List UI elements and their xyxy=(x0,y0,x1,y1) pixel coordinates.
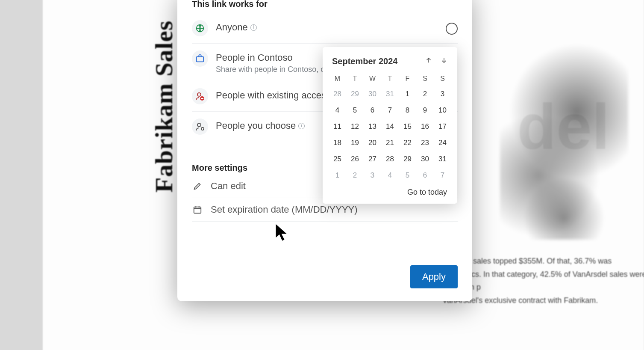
calendar-day-cell[interactable]: 21 xyxy=(381,135,399,151)
pencil-icon xyxy=(192,181,203,191)
calendar-day-cell[interactable]: 17 xyxy=(434,119,451,135)
calendar-day-cell[interactable]: 14 xyxy=(381,119,399,135)
calendar-day-cell[interactable]: 5 xyxy=(346,102,364,119)
calendar-weekday-header: T xyxy=(381,71,399,86)
calendar-day-cell[interactable]: 18 xyxy=(329,135,346,151)
calendar-day-cell[interactable]: 3 xyxy=(364,167,381,184)
calendar-day-cell[interactable]: 24 xyxy=(434,135,451,151)
person-add-icon xyxy=(192,119,208,135)
calendar-day-cell[interactable]: 27 xyxy=(364,151,381,167)
svg-rect-1 xyxy=(197,56,204,62)
calendar-month-title[interactable]: September 2024 xyxy=(332,56,397,66)
option-label: People you choose xyxy=(216,120,296,131)
calendar-day-cell[interactable]: 31 xyxy=(434,151,451,167)
option-anyone[interactable]: Anyone i xyxy=(192,13,458,44)
calendar-day-cell[interactable]: 16 xyxy=(416,119,434,135)
body-line: orldwide sales topped $355M. Of that, 36… xyxy=(442,255,644,268)
mouse-cursor xyxy=(274,222,290,243)
calendar-day-cell[interactable]: 29 xyxy=(346,86,364,102)
setting-label: Set expiration date (MM/DD/YYYY) xyxy=(211,204,358,215)
calendar-day-cell[interactable]: 7 xyxy=(434,167,451,184)
calendar-day-cell[interactable]: 19 xyxy=(346,135,364,151)
background-watermark-text: del xyxy=(517,90,610,164)
info-icon[interactable]: i xyxy=(298,123,305,129)
calendar-day-cell[interactable]: 31 xyxy=(381,86,399,102)
calendar-day-cell[interactable]: 30 xyxy=(416,151,434,167)
body-line: electronics. In that category, 42.5% of … xyxy=(442,268,644,294)
background-body-text: orldwide sales topped $355M. Of that, 36… xyxy=(442,255,644,307)
calendar-day-cell[interactable]: 22 xyxy=(399,135,416,151)
calendar-day-cell[interactable]: 1 xyxy=(399,86,416,102)
radio-button[interactable] xyxy=(446,23,458,35)
calendar-weekday-header: W xyxy=(364,71,381,86)
calendar-day-cell[interactable]: 4 xyxy=(329,102,346,119)
calendar-day-cell[interactable]: 9 xyxy=(416,102,434,119)
calendar-day-cell[interactable]: 2 xyxy=(416,86,434,102)
calendar-day-cell[interactable]: 3 xyxy=(434,86,451,102)
go-to-today-button[interactable]: Go to today xyxy=(407,188,447,196)
option-label: People in Contoso xyxy=(216,52,293,63)
calendar-day-cell[interactable]: 29 xyxy=(399,151,416,167)
globe-icon xyxy=(192,20,208,36)
calendar-day-cell[interactable]: 11 xyxy=(329,119,346,135)
calendar-day-cell[interactable]: 26 xyxy=(346,151,364,167)
apply-button[interactable]: Apply xyxy=(410,265,458,288)
person-restricted-icon xyxy=(192,88,208,104)
calendar-weekday-header: T xyxy=(346,71,364,86)
calendar-day-cell[interactable]: 28 xyxy=(381,151,399,167)
calendar-weekday-header: S xyxy=(434,71,451,86)
calendar-day-cell[interactable]: 2 xyxy=(346,167,364,184)
calendar-day-cell[interactable]: 28 xyxy=(329,86,346,102)
next-month-button[interactable] xyxy=(440,56,448,66)
calendar-day-cell[interactable]: 30 xyxy=(364,86,381,102)
calendar-day-cell[interactable]: 15 xyxy=(399,119,416,135)
calendar-weekday-header: S xyxy=(416,71,434,86)
calendar-day-cell[interactable]: 6 xyxy=(416,167,434,184)
calendar-day-cell[interactable]: 7 xyxy=(381,102,399,119)
briefcase-icon xyxy=(192,50,208,67)
info-icon[interactable]: i xyxy=(250,24,257,31)
calendar-day-cell[interactable]: 13 xyxy=(364,119,381,135)
setting-label: Can edit xyxy=(211,181,246,192)
svg-point-4 xyxy=(197,123,201,127)
option-label: People with existing access xyxy=(216,90,331,101)
body-line: VanArsdel's exclusive contract with Fabr… xyxy=(442,294,644,307)
calendar-day-cell[interactable]: 20 xyxy=(364,135,381,151)
calendar-weekday-header: M xyxy=(329,71,346,86)
svg-point-2 xyxy=(197,93,201,96)
calendar-weekday-header: F xyxy=(399,71,416,86)
calendar-day-cell[interactable]: 23 xyxy=(416,135,434,151)
date-picker-popout: September 2024 MTWTFSS282930311234567891… xyxy=(323,47,457,204)
calendar-day-cell[interactable]: 1 xyxy=(329,167,346,184)
calendar-grid: MTWTFSS282930311234567891011121314151617… xyxy=(329,71,451,184)
calendar-day-cell[interactable]: 4 xyxy=(381,167,399,184)
link-works-for-heading: This link works for xyxy=(177,0,472,11)
calendar-day-cell[interactable]: 10 xyxy=(434,102,451,119)
previous-month-button[interactable] xyxy=(425,56,432,66)
svg-rect-6 xyxy=(194,207,201,214)
calendar-icon xyxy=(192,205,203,214)
background-vertical-title: Fabrikam Sales xyxy=(150,21,178,193)
calendar-day-cell[interactable]: 12 xyxy=(346,119,364,135)
calendar-day-cell[interactable]: 5 xyxy=(399,167,416,184)
calendar-day-cell[interactable]: 6 xyxy=(364,102,381,119)
option-label: Anyone xyxy=(216,22,248,33)
calendar-day-cell[interactable]: 25 xyxy=(329,151,346,167)
calendar-day-cell[interactable]: 8 xyxy=(399,102,416,119)
